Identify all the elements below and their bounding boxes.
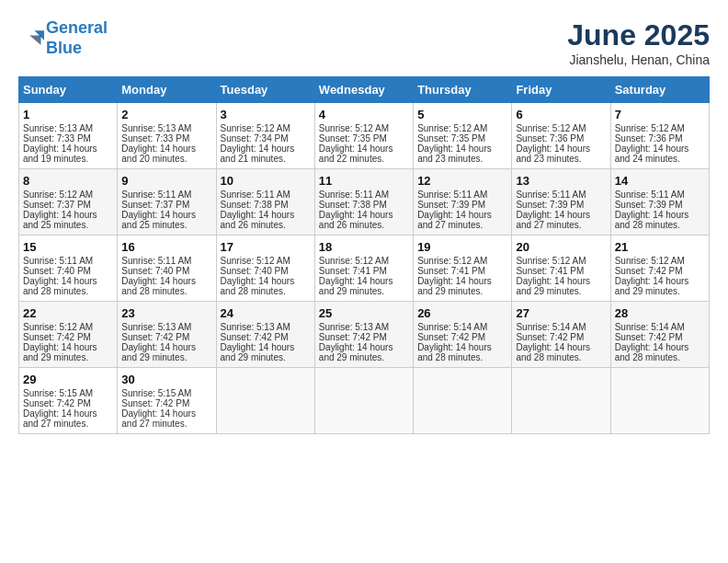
day-cell-27: 27Sunrise: 5:14 AMSunset: 7:42 PMDayligh… xyxy=(512,302,610,368)
day-number: 13 xyxy=(516,174,606,188)
day-cell-25: 25Sunrise: 5:13 AMSunset: 7:42 PMDayligh… xyxy=(314,302,413,368)
day-number: 2 xyxy=(121,108,211,121)
day-cell-21: 21Sunrise: 5:12 AMSunset: 7:42 PMDayligh… xyxy=(610,236,709,302)
day-cell-23: 23Sunrise: 5:13 AMSunset: 7:42 PMDayligh… xyxy=(118,302,216,368)
title-block: June 2025 Jianshelu, Henan, China xyxy=(567,18,710,67)
day-cell-30: 30Sunrise: 5:15 AMSunset: 7:42 PMDayligh… xyxy=(118,368,216,434)
logo-icon xyxy=(18,26,44,52)
day-number: 21 xyxy=(615,240,705,254)
day-cell-18: 18Sunrise: 5:12 AMSunset: 7:41 PMDayligh… xyxy=(314,236,413,302)
day-cell-14: 14Sunrise: 5:11 AMSunset: 7:39 PMDayligh… xyxy=(610,169,709,236)
day-cell-26: 26Sunrise: 5:14 AMSunset: 7:42 PMDayligh… xyxy=(414,302,512,368)
weekday-header-friday: Friday xyxy=(512,77,610,103)
day-cell-22: 22Sunrise: 5:12 AMSunset: 7:42 PMDayligh… xyxy=(19,302,118,368)
day-number: 10 xyxy=(221,174,311,188)
week-row-4: 22Sunrise: 5:12 AMSunset: 7:42 PMDayligh… xyxy=(19,302,710,368)
day-number: 12 xyxy=(417,174,507,188)
day-cell-15: 15Sunrise: 5:11 AMSunset: 7:40 PMDayligh… xyxy=(19,236,118,302)
day-number: 23 xyxy=(121,306,211,320)
weekday-header-tuesday: Tuesday xyxy=(216,77,314,103)
weekday-header-row: SundayMondayTuesdayWednesdayThursdayFrid… xyxy=(19,77,710,103)
day-number: 19 xyxy=(417,240,507,254)
day-number: 15 xyxy=(23,240,113,254)
weekday-header-thursday: Thursday xyxy=(414,77,512,103)
day-cell-12: 12Sunrise: 5:11 AMSunset: 7:39 PMDayligh… xyxy=(414,169,512,236)
day-cell-11: 11Sunrise: 5:11 AMSunset: 7:38 PMDayligh… xyxy=(314,169,413,236)
empty-cell xyxy=(216,368,314,434)
day-number: 7 xyxy=(615,108,705,121)
logo-general: General xyxy=(46,18,108,37)
day-cell-13: 13Sunrise: 5:11 AMSunset: 7:39 PMDayligh… xyxy=(512,169,610,236)
day-number: 4 xyxy=(319,108,409,121)
day-number: 27 xyxy=(516,306,606,320)
day-number: 16 xyxy=(121,240,211,254)
day-number: 29 xyxy=(23,373,113,386)
day-number: 5 xyxy=(417,108,507,121)
day-cell-8: 8Sunrise: 5:12 AMSunset: 7:37 PMDaylight… xyxy=(19,169,118,236)
day-number: 1 xyxy=(23,108,113,121)
empty-cell xyxy=(314,368,413,434)
day-number: 30 xyxy=(121,373,211,386)
day-number: 8 xyxy=(23,174,113,188)
day-number: 9 xyxy=(121,174,211,188)
day-number: 14 xyxy=(615,174,705,188)
day-number: 25 xyxy=(319,306,409,320)
week-row-2: 8Sunrise: 5:12 AMSunset: 7:37 PMDaylight… xyxy=(19,169,710,236)
day-cell-4: 4Sunrise: 5:12 AMSunset: 7:35 PMDaylight… xyxy=(314,103,413,169)
day-number: 11 xyxy=(319,174,409,188)
day-cell-9: 9Sunrise: 5:11 AMSunset: 7:37 PMDaylight… xyxy=(118,169,216,236)
weekday-header-sunday: Sunday xyxy=(19,77,118,103)
day-cell-3: 3Sunrise: 5:12 AMSunset: 7:34 PMDaylight… xyxy=(216,103,314,169)
empty-cell xyxy=(610,368,709,434)
weekday-header-saturday: Saturday xyxy=(610,77,709,103)
day-number: 18 xyxy=(319,240,409,254)
week-row-5: 29Sunrise: 5:15 AMSunset: 7:42 PMDayligh… xyxy=(19,368,710,434)
day-cell-17: 17Sunrise: 5:12 AMSunset: 7:40 PMDayligh… xyxy=(216,236,314,302)
day-cell-24: 24Sunrise: 5:13 AMSunset: 7:42 PMDayligh… xyxy=(216,302,314,368)
day-cell-29: 29Sunrise: 5:15 AMSunset: 7:42 PMDayligh… xyxy=(19,368,118,434)
weekday-header-wednesday: Wednesday xyxy=(314,77,413,103)
weekday-header-monday: Monday xyxy=(118,77,216,103)
day-number: 6 xyxy=(516,108,606,121)
day-number: 3 xyxy=(221,108,311,121)
day-cell-19: 19Sunrise: 5:12 AMSunset: 7:41 PMDayligh… xyxy=(414,236,512,302)
logo-blue: Blue xyxy=(46,39,82,57)
empty-cell xyxy=(512,368,610,434)
day-cell-20: 20Sunrise: 5:12 AMSunset: 7:41 PMDayligh… xyxy=(512,236,610,302)
empty-cell xyxy=(414,368,512,434)
day-cell-1: 1Sunrise: 5:13 AMSunset: 7:33 PMDaylight… xyxy=(19,103,118,169)
location: Jianshelu, Henan, China xyxy=(567,52,710,67)
day-number: 26 xyxy=(417,306,507,320)
day-cell-28: 28Sunrise: 5:14 AMSunset: 7:42 PMDayligh… xyxy=(610,302,709,368)
day-cell-7: 7Sunrise: 5:12 AMSunset: 7:36 PMDaylight… xyxy=(610,103,709,169)
day-cell-6: 6Sunrise: 5:12 AMSunset: 7:36 PMDaylight… xyxy=(512,103,610,169)
day-number: 17 xyxy=(221,240,311,254)
page-header: General Blue June 2025 Jianshelu, Henan,… xyxy=(18,18,710,67)
calendar-table: SundayMondayTuesdayWednesdayThursdayFrid… xyxy=(18,76,710,434)
day-cell-10: 10Sunrise: 5:11 AMSunset: 7:38 PMDayligh… xyxy=(216,169,314,236)
week-row-3: 15Sunrise: 5:11 AMSunset: 7:40 PMDayligh… xyxy=(19,236,710,302)
day-cell-16: 16Sunrise: 5:11 AMSunset: 7:40 PMDayligh… xyxy=(118,236,216,302)
day-number: 24 xyxy=(221,306,311,320)
month-title: June 2025 xyxy=(567,18,710,52)
day-number: 20 xyxy=(516,240,606,254)
week-row-1: 1Sunrise: 5:13 AMSunset: 7:33 PMDaylight… xyxy=(19,103,710,169)
day-number: 28 xyxy=(615,306,705,320)
day-number: 22 xyxy=(23,306,113,320)
day-cell-2: 2Sunrise: 5:13 AMSunset: 7:33 PMDaylight… xyxy=(118,103,216,169)
day-cell-5: 5Sunrise: 5:12 AMSunset: 7:35 PMDaylight… xyxy=(414,103,512,169)
logo: General Blue xyxy=(18,18,108,58)
